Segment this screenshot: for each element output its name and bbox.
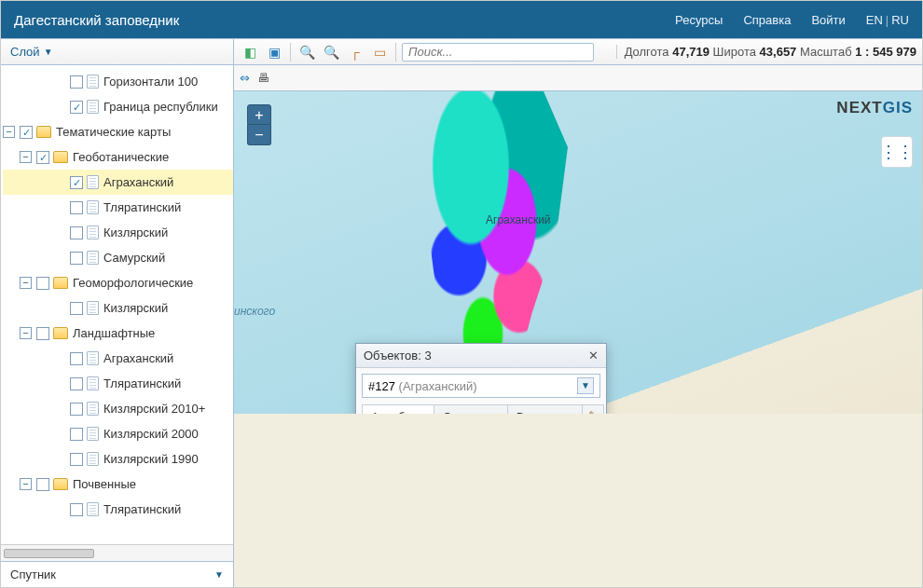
edit-icon[interactable]: ✎ — [582, 404, 604, 429]
page-icon — [87, 226, 99, 239]
tree-row[interactable]: Горизонтали 100 — [3, 69, 233, 94]
link-resources[interactable]: Ресурсы — [675, 13, 723, 27]
tree-row[interactable]: Кизлярский — [3, 295, 233, 321]
page-icon — [87, 175, 99, 189]
search-input[interactable] — [402, 43, 594, 62]
tree-row[interactable]: Аграханский — [3, 346, 233, 371]
share-button[interactable]: ⋮⋮ — [881, 136, 913, 168]
folder-icon — [53, 277, 68, 289]
layers-panel-title[interactable]: Слой ▼ — [1, 39, 233, 65]
identify-popup: Объектов: 3 ✕ #127 (Аграханский) ▼ Атриб… — [355, 343, 607, 546]
tree-row[interactable]: Самурский — [3, 245, 233, 270]
scalebar: 10 km — [247, 557, 288, 574]
checkbox[interactable] — [70, 252, 83, 265]
tree-row[interactable]: −Ландшафтные — [3, 321, 233, 346]
tree-row[interactable]: Кизлярский — [3, 220, 233, 245]
attr-row: АссоциацияТростниково-рогозовые ассоциац… — [367, 434, 595, 470]
checkbox[interactable] — [70, 201, 83, 214]
tree-label: Аграханский — [103, 351, 173, 365]
tree-row[interactable]: Тляратинский — [3, 371, 233, 396]
expander-icon[interactable]: − — [20, 277, 32, 289]
app-header: Дагестанский заповедник Ресурсы Справка … — [1, 1, 922, 38]
tree-label: Геоботанические — [73, 150, 169, 164]
tab-attachments[interactable]: Вложения — [507, 404, 583, 429]
checkbox[interactable] — [70, 453, 83, 466]
measure-line-icon[interactable]: ┌ — [345, 43, 365, 62]
map-label-city: ГОРОДСКОЙОКРУГ МАХАЧКАЛА — [486, 552, 606, 576]
tree-label: Тематические карты — [56, 125, 171, 139]
tree-row[interactable]: Кизлярский 2000 — [3, 421, 233, 446]
checkbox[interactable] — [70, 403, 83, 416]
tree-row[interactable]: ✓Аграханский — [3, 170, 233, 195]
zoom-in-button[interactable]: + — [247, 104, 271, 125]
tree-row[interactable]: Кизлярский 1990 — [3, 446, 233, 472]
tree-row[interactable]: Кизлярский 2010+ — [3, 396, 233, 421]
tree-row[interactable]: −Почвенные — [3, 472, 233, 497]
checkbox[interactable]: ✓ — [36, 151, 49, 164]
checkbox[interactable] — [70, 75, 83, 89]
chevron-down-icon[interactable]: ▼ — [577, 377, 594, 394]
link-login[interactable]: Войти — [811, 13, 845, 27]
pan-icon[interactable]: ⇔ — [240, 71, 250, 85]
basemap-label: Спутник — [10, 567, 56, 581]
checkbox[interactable]: ✓ — [70, 101, 83, 114]
checkbox[interactable]: ✓ — [20, 126, 33, 139]
expander-icon[interactable]: − — [20, 327, 32, 339]
lang-ru[interactable]: RU — [891, 13, 909, 27]
popup-tabs: Атрибуты Описание Вложения ✎ — [362, 403, 600, 429]
checkbox[interactable] — [70, 226, 83, 239]
page-icon — [87, 200, 99, 214]
tree-row[interactable]: ✓Граница республики — [3, 94, 233, 119]
checkbox[interactable] — [36, 277, 49, 290]
page-icon — [87, 351, 99, 365]
zoom-extent-icon[interactable]: ◧ — [240, 43, 260, 62]
measure-area-icon[interactable]: ▭ — [369, 43, 390, 62]
folder-icon — [53, 478, 68, 490]
checkbox[interactable] — [70, 428, 83, 441]
link-help[interactable]: Справка — [743, 13, 791, 27]
tab-description[interactable]: Описание — [434, 404, 508, 429]
checkbox[interactable] — [70, 352, 83, 365]
zoom-out-icon[interactable]: 🔍 — [321, 43, 341, 62]
attr-key: area — [367, 495, 451, 509]
checkbox[interactable] — [36, 327, 49, 340]
lang-en[interactable]: EN — [866, 13, 883, 27]
print-icon[interactable]: 🖶 — [257, 71, 269, 85]
checkbox[interactable] — [70, 302, 83, 315]
checkbox[interactable] — [70, 377, 83, 390]
attr-row: perimeter20066.08726 — [367, 513, 595, 534]
page-icon — [87, 376, 99, 390]
attr-row: area4166235.82919 — [367, 491, 595, 513]
tree-row[interactable]: −✓Геоботанические — [3, 144, 233, 170]
close-icon[interactable]: ✕ — [588, 349, 599, 362]
popup-header[interactable]: Объектов: 3 ✕ — [356, 344, 606, 368]
checkbox[interactable]: ✓ — [70, 176, 83, 189]
page-icon — [87, 427, 99, 441]
popup-title: Объектов: 3 — [364, 349, 432, 362]
tree-row[interactable]: −✓Тематические карты — [3, 119, 233, 144]
expander-icon[interactable]: − — [3, 126, 15, 138]
feature-select[interactable]: #127 (Аграханский) ▼ — [362, 374, 600, 398]
expander-icon[interactable]: − — [20, 478, 32, 490]
checkbox[interactable] — [70, 503, 83, 516]
info-button[interactable]: i — [892, 557, 913, 578]
tree-row[interactable]: −Геоморфологические — [3, 270, 233, 295]
tree-label: Тляратинский — [103, 200, 181, 214]
basemap-switch[interactable]: Спутник ▼ — [1, 561, 233, 587]
page-icon — [87, 402, 99, 416]
tree-row[interactable]: Тляратинский — [3, 195, 233, 220]
layer-tree[interactable]: Горизонтали 100✓Граница республики−✓Тема… — [1, 65, 233, 544]
tree-row[interactable]: Тляратинский — [3, 497, 233, 522]
zoom-in-icon[interactable]: 🔍 — [296, 43, 317, 62]
select-icon[interactable]: ▣ — [264, 43, 284, 62]
horizontal-scrollbar[interactable] — [1, 544, 233, 561]
attr-value: 4166235.82919 — [451, 495, 595, 509]
tree-label: Тляратинский — [103, 502, 181, 516]
brand-logo: NEXTGIS — [836, 99, 913, 117]
checkbox[interactable] — [36, 478, 49, 491]
lang-switch[interactable]: EN|RU — [866, 13, 909, 27]
zoom-out-button[interactable]: − — [247, 125, 271, 145]
expander-icon[interactable]: − — [20, 151, 32, 163]
map-canvas[interactable]: Аграханский инского баш ГОРОДСКОЙОКРУГ М… — [234, 91, 922, 587]
tab-attributes[interactable]: Атрибуты — [362, 404, 434, 429]
